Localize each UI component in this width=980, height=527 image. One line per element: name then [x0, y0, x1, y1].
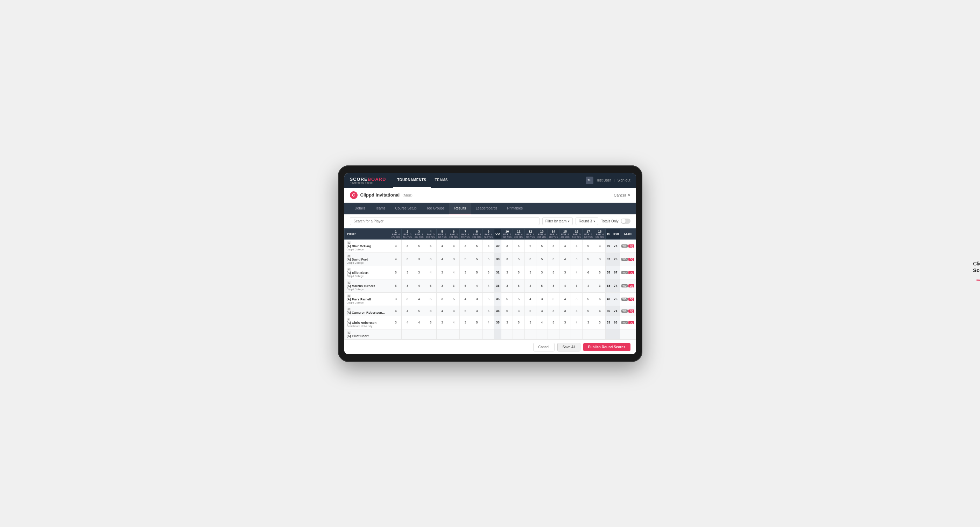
score-hole-15[interactable]: 4	[559, 279, 571, 292]
score-hole-1[interactable]	[390, 329, 402, 339]
score-hole-4[interactable]: 4	[425, 266, 436, 279]
score-hole-18[interactable]: 3	[594, 239, 606, 252]
score-hole-10[interactable]: 3	[501, 252, 513, 266]
score-hole-15[interactable]	[559, 329, 571, 339]
tab-results[interactable]: Results	[449, 203, 471, 214]
score-hole-15[interactable]: 3	[559, 306, 571, 316]
score-hole-4[interactable]: 3	[425, 306, 436, 316]
score-hole-14[interactable]: 5	[547, 292, 559, 306]
score-hole-10[interactable]: 5	[501, 292, 513, 306]
score-hole-8[interactable]	[471, 329, 483, 339]
score-hole-1[interactable]: 5	[390, 266, 402, 279]
score-hole-17[interactable]: 5	[582, 306, 594, 316]
score-hole-2[interactable]: 4	[402, 316, 413, 329]
score-hole-13[interactable]: 5	[536, 279, 547, 292]
score-hole-5[interactable]: 3	[436, 279, 448, 292]
score-hole-3[interactable]	[413, 329, 425, 339]
score-hole-9[interactable]: 4	[483, 279, 494, 292]
score-hole-2[interactable]: 3	[402, 266, 413, 279]
score-hole-5[interactable]: 3	[436, 266, 448, 279]
score-hole-14[interactable]: 3	[547, 306, 559, 316]
score-hole-18[interactable]	[594, 329, 606, 339]
dq-badge[interactable]: DQ	[628, 244, 634, 248]
score-hole-12[interactable]: 3	[525, 252, 536, 266]
score-hole-9[interactable]: 5	[483, 306, 494, 316]
score-hole-2[interactable]	[402, 329, 413, 339]
score-hole-3[interactable]: 3	[413, 252, 425, 266]
score-hole-5[interactable]: 3	[436, 316, 448, 329]
score-hole-2[interactable]: 3	[402, 252, 413, 266]
score-hole-12[interactable]	[525, 329, 536, 339]
score-hole-16[interactable]: 4	[571, 316, 582, 329]
score-hole-13[interactable]	[536, 329, 547, 339]
score-hole-17[interactable]: 5	[582, 252, 594, 266]
score-hole-2[interactable]: 4	[402, 306, 413, 316]
score-hole-14[interactable]: 3	[547, 239, 559, 252]
nav-tournaments[interactable]: TOURNAMENTS	[393, 173, 430, 188]
score-hole-3[interactable]: 5	[413, 306, 425, 316]
score-hole-4[interactable]: 5	[425, 279, 436, 292]
search-input[interactable]	[350, 217, 539, 225]
tab-teams[interactable]: Teams	[370, 203, 390, 214]
score-hole-8[interactable]: 3	[471, 306, 483, 316]
score-hole-8[interactable]: 5	[471, 316, 483, 329]
score-hole-7[interactable]: 3	[460, 316, 471, 329]
score-hole-7[interactable]	[460, 329, 471, 339]
score-hole-11[interactable]: 5	[513, 292, 525, 306]
wd-badge[interactable]: WD	[621, 321, 628, 324]
score-hole-14[interactable]: 5	[547, 266, 559, 279]
score-hole-6[interactable]: 3	[448, 279, 460, 292]
score-hole-10[interactable]: 3	[501, 266, 513, 279]
score-hole-17[interactable]: 5	[582, 292, 594, 306]
score-hole-16[interactable]: 3	[571, 252, 582, 266]
score-hole-7[interactable]: 3	[460, 239, 471, 252]
sign-out-link[interactable]: Sign out	[617, 178, 630, 182]
score-hole-2[interactable]: 3	[402, 292, 413, 306]
score-hole-5[interactable]: 4	[436, 239, 448, 252]
score-hole-6[interactable]: 4	[448, 316, 460, 329]
score-hole-6[interactable]: 3	[448, 306, 460, 316]
score-hole-16[interactable]: 3	[571, 239, 582, 252]
score-hole-1[interactable]: 3	[390, 292, 402, 306]
score-hole-18[interactable]: 3	[594, 252, 606, 266]
score-hole-9[interactable]: 5	[483, 266, 494, 279]
score-hole-12[interactable]: 3	[525, 316, 536, 329]
score-hole-2[interactable]: 3	[402, 279, 413, 292]
score-hole-8[interactable]: 5	[471, 266, 483, 279]
score-hole-13[interactable]: 3	[536, 292, 547, 306]
score-hole-9[interactable]	[483, 329, 494, 339]
score-hole-7[interactable]: 4	[460, 292, 471, 306]
score-hole-1[interactable]: 3	[390, 239, 402, 252]
score-hole-13[interactable]: 3	[536, 306, 547, 316]
score-hole-2[interactable]: 3	[402, 239, 413, 252]
tab-details[interactable]: Details	[350, 203, 371, 214]
score-hole-14[interactable]: 3	[547, 279, 559, 292]
score-hole-10[interactable]: 3	[501, 239, 513, 252]
score-hole-14[interactable]: 5	[547, 316, 559, 329]
score-hole-4[interactable]: 5	[425, 239, 436, 252]
score-hole-12[interactable]: 4	[525, 292, 536, 306]
score-hole-14[interactable]: 3	[547, 252, 559, 266]
score-hole-15[interactable]: 3	[559, 316, 571, 329]
score-hole-5[interactable]: 3	[436, 292, 448, 306]
score-hole-11[interactable]: 5	[513, 239, 525, 252]
score-hole-3[interactable]: 5	[413, 239, 425, 252]
wd-badge[interactable]: WD	[621, 258, 628, 261]
totals-toggle-switch[interactable]	[620, 219, 630, 224]
score-hole-16[interactable]: 3	[571, 279, 582, 292]
score-hole-6[interactable]: 3	[448, 252, 460, 266]
score-hole-6[interactable]: 5	[448, 292, 460, 306]
score-hole-18[interactable]: 4	[594, 306, 606, 316]
score-hole-9[interactable]: 5	[483, 252, 494, 266]
score-hole-11[interactable]: 5	[513, 252, 525, 266]
score-hole-8[interactable]: 4	[471, 279, 483, 292]
score-hole-3[interactable]: 3	[413, 266, 425, 279]
score-hole-3[interactable]: 4	[413, 279, 425, 292]
score-hole-7[interactable]: 3	[460, 266, 471, 279]
dq-badge[interactable]: DQ	[628, 284, 634, 287]
tab-leaderboards[interactable]: Leaderboards	[471, 203, 503, 214]
cancel-button[interactable]: Cancel	[533, 343, 555, 351]
dq-badge[interactable]: DQ	[628, 310, 634, 313]
score-hole-8[interactable]: 5	[471, 239, 483, 252]
score-hole-11[interactable]	[513, 329, 525, 339]
